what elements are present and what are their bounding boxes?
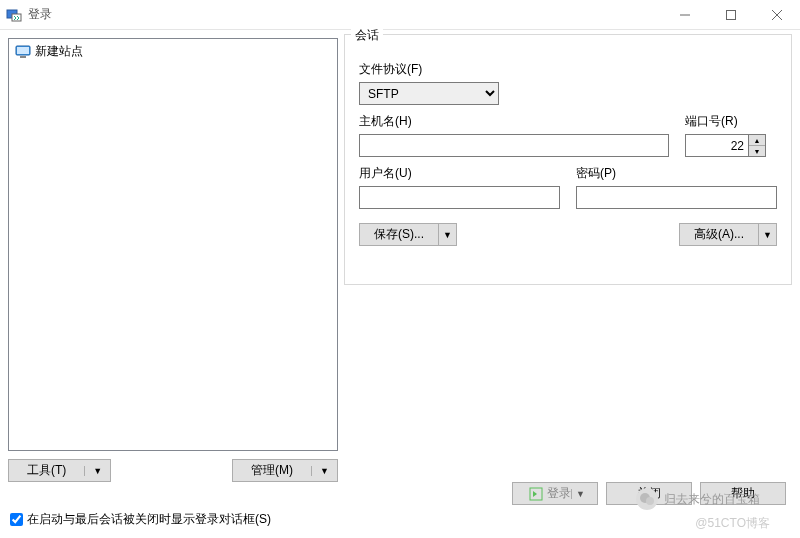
svg-rect-7 (17, 47, 29, 54)
svg-rect-1 (12, 14, 21, 21)
chevron-down-icon[interactable]: ▼ (571, 489, 589, 499)
advanced-label: 高级(A)... (680, 224, 758, 245)
spinner-up-icon[interactable]: ▲ (749, 135, 765, 146)
show-dialog-checkbox[interactable] (10, 513, 23, 526)
save-label: 保存(S)... (360, 224, 438, 245)
dialog-body: 新建站点 工具(T) ▼ 管理(M) ▼ 会话 文件协议(F) SFTP 主机名… (0, 30, 800, 490)
login-label: 登录 (547, 485, 571, 502)
app-icon (6, 7, 22, 23)
save-button[interactable]: 保存(S)... ▼ (359, 223, 457, 246)
advanced-button[interactable]: 高级(A)... ▼ (679, 223, 777, 246)
port-label: 端口号(R) (685, 113, 777, 130)
chevron-down-icon: ▼ (311, 466, 337, 476)
window-controls (662, 0, 800, 29)
login-split-button[interactable]: 登录 ▼ (512, 482, 598, 505)
footer: 登录 ▼ 关闭 帮助 在启动与最后会话被关闭时显示登录对话框(S) (0, 476, 800, 538)
username-label: 用户名(U) (359, 165, 560, 182)
protocol-select[interactable]: SFTP (359, 82, 499, 105)
spinner-down-icon[interactable]: ▼ (749, 146, 765, 156)
host-label: 主机名(H) (359, 113, 669, 130)
session-group-title: 会话 (351, 27, 383, 44)
protocol-label: 文件协议(F) (359, 61, 777, 78)
show-dialog-label[interactable]: 在启动与最后会话被关闭时显示登录对话框(S) (27, 511, 271, 528)
window-title: 登录 (28, 6, 662, 23)
monitor-icon (15, 44, 31, 60)
chevron-down-icon[interactable]: ▼ (758, 224, 776, 245)
password-input[interactable] (576, 186, 777, 209)
port-input[interactable] (685, 134, 749, 157)
maximize-button[interactable] (708, 0, 754, 29)
footer-buttons: 登录 ▼ 关闭 帮助 (10, 482, 790, 505)
close-dialog-button[interactable]: 关闭 (606, 482, 692, 505)
left-pane: 新建站点 工具(T) ▼ 管理(M) ▼ (8, 38, 338, 482)
svg-rect-3 (727, 10, 736, 19)
site-list[interactable]: 新建站点 (8, 38, 338, 451)
site-item-label: 新建站点 (35, 43, 83, 60)
host-input[interactable] (359, 134, 669, 157)
login-arrow-icon (529, 487, 543, 501)
close-label: 关闭 (637, 485, 661, 502)
show-dialog-checkbox-row: 在启动与最后会话被关闭时显示登录对话框(S) (10, 511, 790, 528)
chevron-down-icon[interactable]: ▼ (438, 224, 456, 245)
help-label: 帮助 (731, 485, 755, 502)
chevron-down-icon: ▼ (84, 466, 110, 476)
minimize-button[interactable] (662, 0, 708, 29)
svg-rect-8 (20, 56, 26, 58)
title-bar: 登录 (0, 0, 800, 30)
session-group: 会话 文件协议(F) SFTP 主机名(H) 端口号(R) ▲ ▼ (344, 34, 792, 285)
username-input[interactable] (359, 186, 560, 209)
close-button[interactable] (754, 0, 800, 29)
password-label: 密码(P) (576, 165, 777, 182)
right-pane: 会话 文件协议(F) SFTP 主机名(H) 端口号(R) ▲ ▼ (344, 38, 792, 482)
help-button[interactable]: 帮助 (700, 482, 786, 505)
site-item[interactable]: 新建站点 (11, 41, 335, 62)
port-spinner[interactable]: ▲ ▼ (749, 134, 766, 157)
